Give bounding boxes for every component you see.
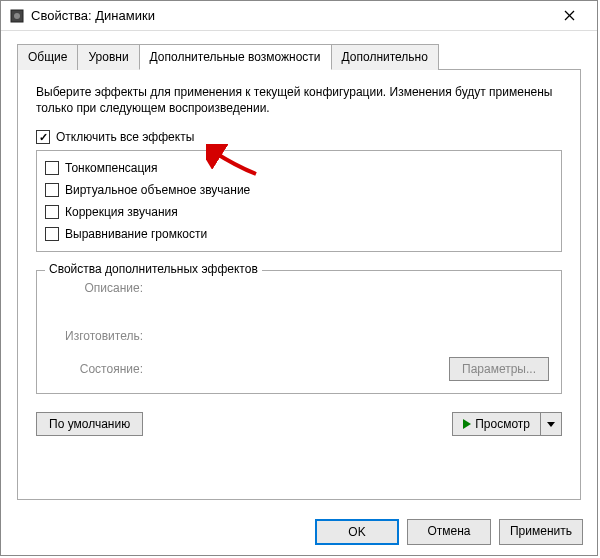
effect-row: Тонкомпенсация xyxy=(45,161,553,175)
speaker-icon xyxy=(9,8,25,24)
dialog-button-row: OK Отмена Применить xyxy=(315,519,583,545)
properties-dialog: Свойства: Динамики Общие Уровни Дополнит… xyxy=(0,0,598,556)
tab-general[interactable]: Общие xyxy=(17,44,78,70)
effect-row: Виртуальное объемное звучание xyxy=(45,183,553,197)
dialog-content: Общие Уровни Дополнительные возможности … xyxy=(1,31,597,500)
effect-label: Выравнивание громкости xyxy=(65,227,207,241)
tab-advanced[interactable]: Дополнительно xyxy=(331,44,439,70)
prop-description-row: Описание: xyxy=(49,281,549,295)
svg-marker-4 xyxy=(547,422,555,427)
parameters-button[interactable]: Параметры... xyxy=(449,357,549,381)
preview-dropdown-button[interactable] xyxy=(541,412,562,436)
enhancements-panel: Выберите эффекты для применения к текуще… xyxy=(17,70,581,500)
effect-label: Виртуальное объемное звучание xyxy=(65,183,250,197)
effect-checkbox-room-correction[interactable] xyxy=(45,205,59,219)
disable-all-effects-label: Отключить все эффекты xyxy=(56,130,194,144)
close-icon xyxy=(564,10,575,21)
tab-levels[interactable]: Уровни xyxy=(77,44,139,70)
svg-point-1 xyxy=(14,13,20,19)
effect-label: Коррекция звучания xyxy=(65,205,178,219)
preview-button-group: Просмотр xyxy=(452,412,562,436)
panel-bottom-row: По умолчанию Просмотр xyxy=(36,412,562,436)
prop-status-label: Состояние: xyxy=(49,362,149,376)
titlebar: Свойства: Динамики xyxy=(1,1,597,31)
apply-button[interactable]: Применить xyxy=(499,519,583,545)
effect-label: Тонкомпенсация xyxy=(65,161,158,175)
prop-vendor-row: Изготовитель: xyxy=(49,329,549,343)
preview-button-label: Просмотр xyxy=(475,417,530,431)
prop-description-label: Описание: xyxy=(49,281,149,295)
effects-list: Тонкомпенсация Виртуальное объемное звуч… xyxy=(36,150,562,252)
cancel-button[interactable]: Отмена xyxy=(407,519,491,545)
effect-row: Коррекция звучания xyxy=(45,205,553,219)
effect-checkbox-loudness[interactable] xyxy=(45,161,59,175)
close-button[interactable] xyxy=(549,2,589,30)
effect-checkbox-loudness-eq[interactable] xyxy=(45,227,59,241)
effect-properties-group: Свойства дополнительных эффектов Описани… xyxy=(36,270,562,394)
tab-enhancements[interactable]: Дополнительные возможности xyxy=(139,44,332,70)
restore-defaults-button[interactable]: По умолчанию xyxy=(36,412,143,436)
disable-all-effects-checkbox[interactable] xyxy=(36,130,50,144)
effect-properties-legend: Свойства дополнительных эффектов xyxy=(45,262,262,276)
prop-status-row: Состояние: Параметры... xyxy=(49,357,549,381)
chevron-down-icon xyxy=(547,420,555,428)
titlebar-title: Свойства: Динамики xyxy=(31,8,549,23)
panel-description: Выберите эффекты для применения к текуще… xyxy=(36,84,562,116)
disable-all-effects-row: Отключить все эффекты xyxy=(36,130,562,144)
play-icon xyxy=(463,419,471,429)
tab-strip: Общие Уровни Дополнительные возможности … xyxy=(17,43,581,70)
effect-checkbox-virtual-surround[interactable] xyxy=(45,183,59,197)
preview-button[interactable]: Просмотр xyxy=(452,412,541,436)
effect-row: Выравнивание громкости xyxy=(45,227,553,241)
prop-vendor-label: Изготовитель: xyxy=(49,329,149,343)
ok-button[interactable]: OK xyxy=(315,519,399,545)
